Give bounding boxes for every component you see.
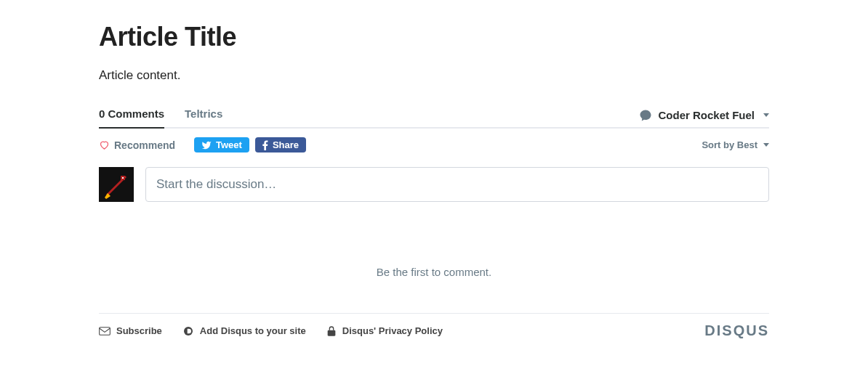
- twitter-icon: [201, 140, 212, 150]
- page-title: Article Title: [99, 22, 769, 52]
- article-content: Article content.: [99, 68, 769, 83]
- actions-left: Recommend Tweet Share: [99, 137, 306, 152]
- disqus-footer: Subscribe Add Disqus to your site Disqus…: [99, 313, 769, 339]
- tweet-button[interactable]: Tweet: [194, 137, 249, 152]
- disqus-tabs: 0 Comments Teltrics: [99, 107, 222, 127]
- add-disqus-button[interactable]: Add Disqus to your site: [182, 325, 306, 337]
- avatar[interactable]: [99, 167, 134, 202]
- compose-placeholder: Start the discussion…: [156, 177, 276, 192]
- tab-community[interactable]: Teltrics: [185, 107, 222, 127]
- privacy-button[interactable]: Disqus' Privacy Policy: [326, 325, 443, 337]
- share-button[interactable]: Share: [255, 137, 306, 152]
- add-disqus-label: Add Disqus to your site: [200, 325, 306, 336]
- share-label: Share: [273, 139, 299, 150]
- disqus-topbar: 0 Comments Teltrics Coder Rocket Fuel: [99, 107, 769, 129]
- recommend-label: Recommend: [114, 139, 175, 151]
- disqus-brand[interactable]: DISQUS: [704, 322, 769, 339]
- svg-rect-5: [100, 327, 110, 335]
- disqus-d-icon: [182, 325, 194, 337]
- disqus-actions: Recommend Tweet Share Sort by Best: [99, 137, 769, 152]
- chevron-down-icon: [763, 113, 769, 117]
- empty-state: Be the first to comment.: [99, 266, 769, 278]
- sortby-label: Sort by Best: [702, 139, 758, 150]
- envelope-icon: [99, 326, 110, 336]
- subscribe-button[interactable]: Subscribe: [99, 325, 162, 337]
- chevron-down-icon: [763, 143, 769, 147]
- user-name: Coder Rocket Fuel: [658, 109, 755, 121]
- subscribe-label: Subscribe: [116, 325, 162, 336]
- svg-rect-7: [327, 330, 335, 336]
- compose-input[interactable]: Start the discussion…: [145, 167, 769, 202]
- heart-icon: [99, 139, 110, 150]
- tab-comments[interactable]: 0 Comments: [99, 107, 164, 129]
- facebook-icon: [262, 140, 268, 150]
- privacy-label: Disqus' Privacy Policy: [342, 325, 443, 336]
- speech-bubble-icon: [639, 109, 652, 122]
- tweet-label: Tweet: [216, 139, 242, 150]
- user-dropdown[interactable]: Coder Rocket Fuel: [639, 109, 769, 126]
- lock-icon: [326, 325, 337, 337]
- compose-row: Start the discussion…: [99, 167, 769, 202]
- recommend-button[interactable]: Recommend: [99, 139, 175, 151]
- rocket-avatar-icon: [99, 167, 134, 202]
- footer-left: Subscribe Add Disqus to your site Disqus…: [99, 325, 443, 337]
- sortby-dropdown[interactable]: Sort by Best: [702, 139, 769, 150]
- svg-rect-3: [122, 177, 124, 179]
